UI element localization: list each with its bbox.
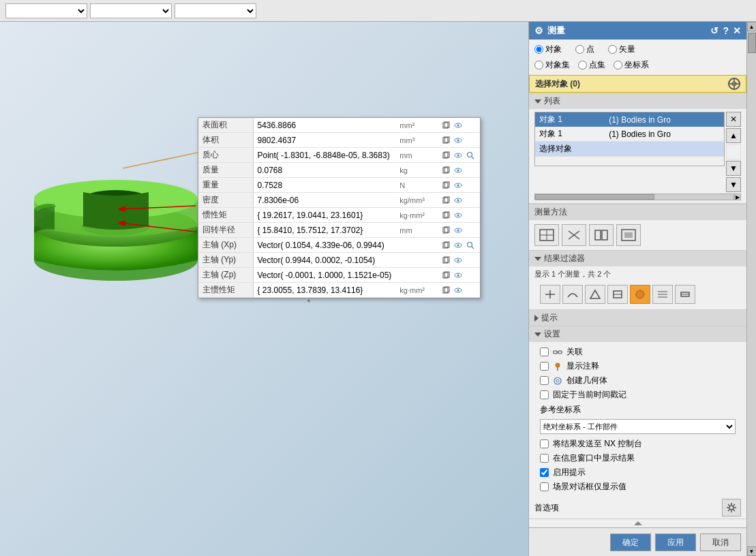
- table-cell-label: 主轴 (Xp): [198, 238, 253, 253]
- settings-geometry-checkbox[interactable]: [540, 376, 549, 385]
- list-section-header[interactable]: 列表: [529, 93, 746, 109]
- settings-enable-checkbox[interactable]: [540, 468, 549, 477]
- filter-section-header[interactable]: 结果过滤器: [529, 251, 746, 266]
- filter-icon-1[interactable]: [540, 285, 560, 304]
- copy-icon[interactable]: [440, 255, 451, 266]
- list-col1-header: 对象 1: [535, 112, 605, 127]
- radio-vector[interactable]: 矢量: [608, 44, 635, 55]
- help-icon[interactable]: ?: [723, 25, 729, 36]
- radio-coord-system[interactable]: 坐标系: [614, 59, 649, 71]
- copy-icon[interactable]: [440, 135, 451, 146]
- copy-icon[interactable]: [440, 210, 451, 221]
- apply-button[interactable]: 应用: [655, 534, 696, 551]
- copy-icon[interactable]: [440, 150, 451, 161]
- copy-icon[interactable]: [440, 165, 451, 176]
- scroll-up-arrow[interactable]: ▲: [747, 22, 757, 31]
- list-down-btn[interactable]: ▼: [726, 161, 741, 176]
- copy-icon[interactable]: [440, 180, 451, 191]
- list-up-btn[interactable]: ▲: [726, 128, 741, 143]
- radio-object[interactable]: 对象: [534, 44, 562, 55]
- eye-icon[interactable]: [453, 150, 464, 161]
- radio-object-set[interactable]: 对象集: [534, 59, 570, 71]
- select-face[interactable]: 单个面: [5, 3, 87, 18]
- cancel-button[interactable]: 取消: [700, 534, 741, 551]
- crosshair-button[interactable]: [728, 78, 740, 90]
- scroll-down-arrow[interactable]: ▼: [747, 546, 757, 556]
- eye-icon[interactable]: [453, 120, 464, 131]
- hint-section: 提示: [529, 309, 746, 326]
- eye-icon[interactable]: [453, 285, 464, 296]
- method-icon-3[interactable]: [589, 224, 614, 246]
- settings-section-header[interactable]: 设置: [529, 326, 746, 342]
- preferences-button[interactable]: [722, 499, 741, 516]
- svg-line-96: [728, 504, 729, 506]
- confirm-button[interactable]: 确定: [610, 534, 651, 551]
- eye-icon[interactable]: [453, 225, 464, 236]
- filter-icon-7[interactable]: [675, 285, 695, 304]
- refresh-icon[interactable]: ↺: [710, 25, 719, 36]
- method-icon-4[interactable]: [616, 224, 641, 246]
- right-panel-scrollbar[interactable]: ▲ ▼: [746, 22, 756, 556]
- list-cell-2-2: [605, 142, 724, 157]
- radio-point-set[interactable]: 点集: [578, 59, 605, 71]
- svg-line-98: [734, 504, 735, 506]
- settings-geometry-label: 创建几何体: [566, 375, 607, 386]
- settings-row-geometry: 创建几何体: [534, 373, 741, 388]
- scroll-up-indicator[interactable]: [529, 519, 746, 527]
- method-icon-1[interactable]: [534, 224, 559, 246]
- list-delete-btn[interactable]: ✕: [726, 112, 741, 127]
- search-icon[interactable]: [465, 150, 476, 161]
- select-curve[interactable]: 单条曲线: [90, 3, 172, 18]
- settings-scene-checkbox[interactable]: [540, 482, 549, 491]
- settings-timestamp-checkbox[interactable]: [540, 390, 549, 399]
- table-cell-unit: [395, 238, 436, 253]
- copy-icon[interactable]: [440, 120, 451, 131]
- scroll-thumb[interactable]: [748, 33, 756, 53]
- table-row: 体积9802.4637mm³: [198, 133, 480, 148]
- eye-icon[interactable]: [453, 135, 464, 146]
- method-icon-2[interactable]: [562, 224, 586, 246]
- eye-icon[interactable]: [453, 255, 464, 266]
- select-body[interactable]: 单个体: [175, 3, 256, 18]
- table-cell-value: Vector( 0.9944, 0.0002, -0.1054): [253, 253, 395, 268]
- copy-icon[interactable]: [440, 270, 451, 281]
- copy-icon[interactable]: [440, 225, 451, 236]
- filter-icon-6[interactable]: [652, 285, 673, 304]
- eye-icon[interactable]: [453, 210, 464, 221]
- filter-icon-3[interactable]: [585, 285, 605, 304]
- copy-icon[interactable]: [440, 195, 451, 206]
- list-section: 列表 对象 1 (1) Bodies in Gro: [529, 93, 746, 203]
- table-cell-icons: [436, 223, 480, 238]
- list-down2-btn[interactable]: ▼: [726, 177, 741, 192]
- eye-icon[interactable]: [453, 240, 464, 251]
- search-icon[interactable]: [465, 240, 476, 251]
- copy-icon[interactable]: [440, 240, 451, 251]
- list-row-2[interactable]: 选择对象: [535, 142, 724, 157]
- list-side-buttons: ✕ ▲ ▼ ▼: [726, 112, 741, 192]
- filter-icon-2[interactable]: [562, 285, 583, 304]
- list-row-1[interactable]: 对象 1 (1) Bodies in Gro: [535, 127, 724, 142]
- list-empty-btn: [726, 144, 741, 159]
- list-content: 对象 1 (1) Bodies in Gro 对象 1 (1) Bodies i…: [529, 109, 746, 203]
- data-table-popup: 表面积5436.8866mm²体积9802.4637mm³质心Point( -1…: [198, 117, 481, 298]
- settings-window-checkbox[interactable]: [540, 454, 549, 463]
- radio-point[interactable]: 点: [575, 44, 594, 55]
- filter-icon-5[interactable]: [630, 285, 650, 304]
- table-cell-icons: [436, 283, 480, 298]
- settings-send-checkbox[interactable]: [540, 439, 549, 448]
- hint-section-header[interactable]: 提示: [529, 310, 746, 326]
- eye-icon[interactable]: [453, 270, 464, 281]
- filter-icon-4[interactable]: [607, 285, 628, 304]
- eye-icon[interactable]: [453, 180, 464, 191]
- copy-icon[interactable]: [440, 285, 451, 296]
- eye-icon[interactable]: [453, 165, 464, 176]
- coord-select[interactable]: 绝对坐标系 - 工作部件: [540, 419, 736, 434]
- table-cell-label: 主轴 (Yp): [198, 253, 253, 268]
- settings-annotation-checkbox[interactable]: [540, 362, 549, 371]
- settings-link-checkbox[interactable]: [540, 348, 549, 356]
- settings-row-link: 关联: [534, 345, 741, 359]
- eye-icon[interactable]: [453, 195, 464, 206]
- close-icon[interactable]: ✕: [733, 25, 741, 36]
- list-scrollbar: ▶: [534, 194, 741, 200]
- select-object-label: 选择对象 (0): [535, 78, 580, 90]
